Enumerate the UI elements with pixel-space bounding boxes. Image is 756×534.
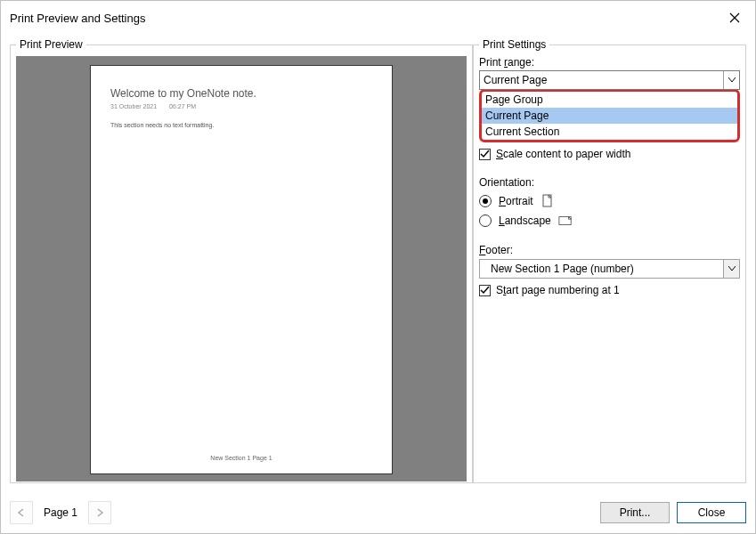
footer-select[interactable]: New Section 1 Page (number) — [479, 259, 740, 279]
page-time: 06:27 PM — [169, 103, 196, 109]
landscape-label: Landscape — [499, 214, 551, 227]
print-range-select[interactable]: Current Page — [479, 70, 740, 90]
titlebar: Print Preview and Settings — [1, 1, 755, 35]
preview-canvas: Welcome to my OneNote note. 31 October 2… — [16, 56, 467, 481]
portrait-page-icon — [541, 194, 555, 208]
start-page-number-checkbox[interactable] — [479, 285, 491, 296]
scale-content-checkbox[interactable] — [479, 149, 491, 160]
chevron-down-icon — [723, 260, 739, 278]
footer-label: Footer: — [479, 244, 740, 256]
page-title: Welcome to my OneNote note. — [110, 87, 372, 100]
footer-value: New Section 1 Page (number) — [491, 263, 634, 275]
page-body: This section needs no text formatting. — [110, 122, 372, 128]
print-range-option[interactable]: Page Group — [482, 92, 737, 108]
print-range-dropdown: Page Group Current Page Current Section — [479, 89, 740, 142]
print-settings-group: Print Settings Print range: Current Page… — [473, 38, 746, 483]
close-button[interactable]: Close — [677, 502, 746, 523]
page-meta: 31 October 2021 06:27 PM — [110, 103, 372, 109]
print-button[interactable]: Print... — [600, 502, 670, 523]
scale-content-label: Scale content to paper width — [496, 148, 630, 160]
portrait-label: Portrait — [499, 195, 533, 207]
print-range-label: Print range: — [479, 56, 740, 69]
dialog-print-preview-settings: Print Preview and Settings Print Preview… — [0, 0, 756, 534]
preview-page: Welcome to my OneNote note. 31 October 2… — [90, 65, 393, 474]
print-range-option[interactable]: Current Section — [482, 124, 737, 140]
page-indicator: Page 1 — [44, 506, 77, 519]
print-range-option[interactable]: Current Page — [482, 108, 737, 124]
print-range-value: Current Page — [484, 74, 547, 86]
landscape-radio[interactable] — [479, 214, 492, 227]
portrait-radio[interactable] — [479, 195, 492, 207]
next-page-button[interactable] — [88, 501, 111, 524]
start-page-number-label: Start page numbering at 1 — [496, 284, 620, 296]
page-footer: New Section 1 Page 1 — [110, 455, 372, 465]
close-icon[interactable] — [723, 6, 746, 29]
landscape-page-icon — [558, 214, 573, 228]
prev-page-button[interactable] — [10, 501, 33, 524]
chevron-down-icon — [723, 71, 739, 89]
arrow-left-icon — [17, 508, 26, 517]
page-date: 31 October 2021 — [110, 103, 157, 109]
print-settings-legend: Print Settings — [479, 38, 549, 51]
arrow-right-icon — [95, 508, 104, 517]
bottom-bar: Page 1 Print... Close — [1, 492, 755, 533]
orientation-label: Orientation: — [479, 176, 740, 189]
print-preview-legend: Print Preview — [16, 38, 86, 51]
print-preview-group: Print Preview Welcome to my OneNote note… — [10, 38, 473, 483]
window-title: Print Preview and Settings — [10, 12, 145, 25]
